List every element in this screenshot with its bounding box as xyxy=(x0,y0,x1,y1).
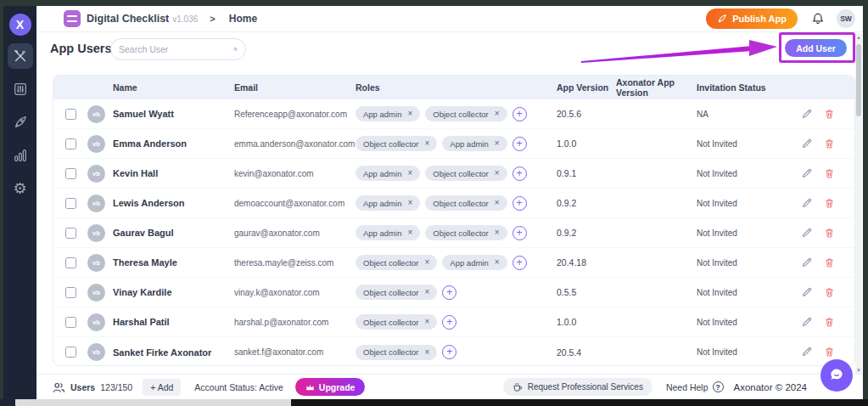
remove-role-icon[interactable]: × xyxy=(407,228,412,237)
delete-user-button[interactable] xyxy=(823,138,836,150)
role-chip: App admin× xyxy=(356,166,420,181)
user-email: kevin@axonator.com xyxy=(234,169,356,178)
add-role-button[interactable]: + xyxy=(512,196,527,211)
avatar: vb xyxy=(87,254,105,272)
edit-user-button[interactable] xyxy=(800,286,813,299)
footer-add-user-button[interactable]: + Add xyxy=(143,379,181,396)
edit-user-button[interactable] xyxy=(800,197,813,210)
search-icon[interactable] xyxy=(233,43,238,55)
scroll-down-icon[interactable]: ▼ xyxy=(856,367,861,374)
sidebar-item-launch[interactable] xyxy=(8,110,33,135)
row-checkbox[interactable] xyxy=(65,168,76,179)
delete-user-button[interactable] xyxy=(823,316,836,329)
row-checkbox[interactable] xyxy=(65,287,76,298)
sidebar-item-settings[interactable]: ⚙ xyxy=(8,176,33,201)
sidebar: X xyxy=(3,6,36,399)
edit-user-button[interactable] xyxy=(800,316,813,329)
user-avatar[interactable]: SW xyxy=(837,9,855,28)
remove-role-icon[interactable]: × xyxy=(495,199,500,207)
horizontal-scrollbar[interactable] xyxy=(15,399,291,406)
remove-role-icon[interactable]: × xyxy=(424,348,429,357)
delete-trash-icon xyxy=(824,108,835,120)
app-window: X xyxy=(3,6,863,399)
role-label: Object collector xyxy=(433,199,488,208)
remove-role-icon[interactable]: × xyxy=(495,228,500,237)
upgrade-button[interactable]: Upgrade xyxy=(295,378,366,396)
remove-role-icon[interactable]: × xyxy=(424,258,429,267)
remove-role-icon[interactable]: × xyxy=(495,169,500,178)
edit-user-button[interactable] xyxy=(800,227,813,240)
sidebar-item-controls[interactable] xyxy=(8,76,33,102)
scroll-up-icon[interactable]: ▲ xyxy=(856,34,861,41)
user-email: emma.anderson@axonator.com xyxy=(234,139,356,149)
breadcrumb-home[interactable]: Home xyxy=(229,13,257,25)
delete-user-button[interactable] xyxy=(823,167,836,180)
vertical-scrollbar[interactable]: ▲ ▼ xyxy=(855,34,862,374)
invitation-status: Not Invited xyxy=(697,169,786,178)
sidebar-item-analytics[interactable] xyxy=(8,143,33,168)
user-name: Vinay Kardile xyxy=(113,287,172,297)
add-role-button[interactable]: + xyxy=(512,226,527,240)
remove-role-icon[interactable]: × xyxy=(424,288,429,296)
edit-pencil-icon xyxy=(801,167,813,179)
add-role-button[interactable]: + xyxy=(512,107,527,121)
remove-role-icon[interactable]: × xyxy=(407,110,412,118)
sidebar-item-tools[interactable] xyxy=(8,43,33,69)
edit-user-button[interactable] xyxy=(800,346,813,358)
row-checkbox[interactable] xyxy=(65,109,76,120)
delete-trash-icon xyxy=(824,138,835,149)
add-role-button[interactable]: + xyxy=(512,137,527,151)
table-row: vbVinay Kardilevinay.k@axonator.comObjec… xyxy=(53,278,854,307)
delete-trash-icon xyxy=(824,346,835,358)
chat-widget-button[interactable] xyxy=(820,359,853,392)
user-name: Samuel Wyatt xyxy=(113,109,174,119)
notifications-bell-icon[interactable] xyxy=(811,12,825,25)
role-label: Object collector xyxy=(363,258,418,268)
role-label: App admin xyxy=(450,139,488,149)
remove-role-icon[interactable]: × xyxy=(495,139,500,148)
edit-user-button[interactable] xyxy=(800,257,813,269)
tools-icon xyxy=(13,48,28,64)
delete-user-button[interactable] xyxy=(823,227,836,240)
remove-role-icon[interactable]: × xyxy=(495,258,500,267)
edit-pencil-icon xyxy=(801,316,813,328)
row-checkbox[interactable] xyxy=(65,228,76,239)
invitation-status: Not Invited xyxy=(697,258,786,268)
brand-logo-icon[interactable]: X xyxy=(9,14,31,36)
add-role-button[interactable]: + xyxy=(512,166,527,181)
remove-role-icon[interactable]: × xyxy=(407,199,412,207)
add-role-button[interactable]: + xyxy=(442,345,456,359)
role-chip: Object collector× xyxy=(356,314,437,330)
delete-user-button[interactable] xyxy=(823,197,836,210)
row-checkbox[interactable] xyxy=(65,317,76,328)
row-checkbox[interactable] xyxy=(65,198,76,209)
account-status: Account Status: Active xyxy=(194,382,283,392)
help-question-icon[interactable]: ? xyxy=(713,381,724,392)
search-input[interactable] xyxy=(119,44,233,54)
edit-user-button[interactable] xyxy=(800,108,813,121)
scrollbar-thumb[interactable] xyxy=(856,44,861,116)
row-checkbox[interactable] xyxy=(65,257,76,268)
add-role-button[interactable]: + xyxy=(442,315,456,330)
request-professional-services-button[interactable]: Request Professional Services xyxy=(503,378,652,396)
add-role-button[interactable]: + xyxy=(442,285,456,300)
publish-app-button[interactable]: Publish App xyxy=(706,8,798,29)
delete-user-button[interactable] xyxy=(823,286,836,299)
remove-role-icon[interactable]: × xyxy=(495,110,500,118)
add-role-button[interactable]: + xyxy=(512,256,527,270)
need-help-link[interactable]: Need Help xyxy=(666,382,708,392)
delete-user-button[interactable] xyxy=(823,257,836,269)
role-chip: Object collector× xyxy=(356,345,437,360)
user-name: Lewis Anderson xyxy=(113,198,185,208)
remove-role-icon[interactable]: × xyxy=(424,318,429,326)
col-email: Email xyxy=(234,82,356,93)
delete-user-button[interactable] xyxy=(823,108,836,121)
row-checkbox[interactable] xyxy=(65,347,76,358)
remove-role-icon[interactable]: × xyxy=(407,169,412,178)
remove-role-icon[interactable]: × xyxy=(424,139,429,148)
row-checkbox[interactable] xyxy=(65,138,76,149)
edit-user-button[interactable] xyxy=(800,167,813,180)
user-name: Emma Anderson xyxy=(113,138,187,149)
delete-user-button[interactable] xyxy=(823,346,836,358)
edit-user-button[interactable] xyxy=(800,138,813,150)
